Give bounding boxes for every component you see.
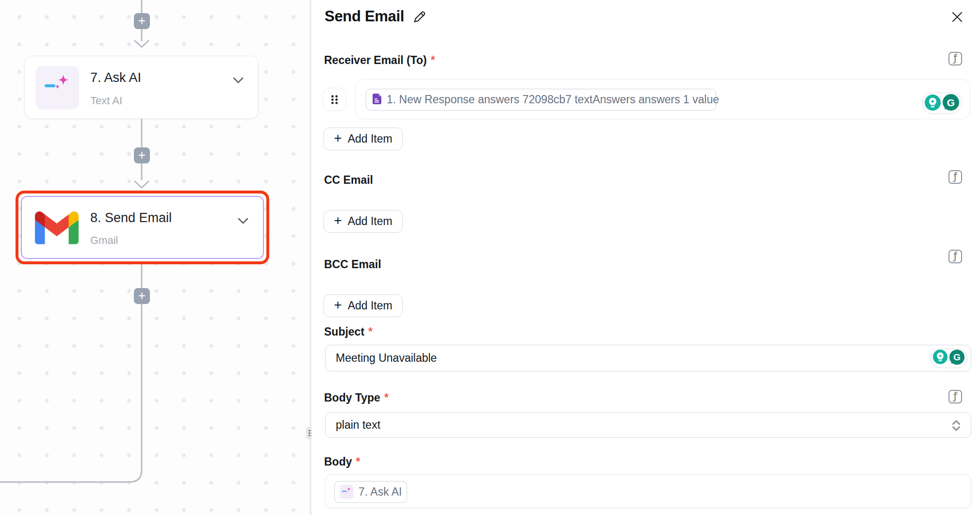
add-step-button-middle[interactable]: + xyxy=(134,147,150,163)
grammarly-icon[interactable]: G xyxy=(949,349,965,368)
required-marker: * xyxy=(356,455,360,468)
node-subtitle: Text AI xyxy=(90,95,122,107)
required-marker: * xyxy=(431,54,435,66)
workflow-node-ask-ai[interactable]: 7. Ask AI Text AI xyxy=(24,56,259,119)
select-arrows-icon xyxy=(951,419,961,435)
plus-icon: + xyxy=(334,213,342,228)
add-step-button-bottom[interactable]: + xyxy=(134,288,150,304)
workflow-node-send-email[interactable]: 8. Send Email Gmail xyxy=(21,196,264,259)
node-title: 8. Send Email xyxy=(90,210,172,225)
grammarly-icon[interactable]: G xyxy=(942,94,960,113)
receiver-email-label: Receiver Email (To)* xyxy=(324,53,435,67)
grammarly-widget[interactable]: G xyxy=(931,349,967,368)
receiver-value-chip[interactable]: 1. New Response answers 72098cb7 textAns… xyxy=(366,89,716,111)
panel-header: Send Email xyxy=(325,8,426,25)
grammarly-suggestion-icon[interactable] xyxy=(933,350,947,367)
function-toggle-body-type[interactable]: ƒ xyxy=(948,390,962,403)
function-toggle-bcc[interactable]: ƒ xyxy=(948,250,962,263)
body-type-label: Body Type* xyxy=(324,391,389,404)
text-ai-icon xyxy=(340,485,354,499)
add-item-button-cc[interactable]: + Add Item xyxy=(324,210,403,233)
subject-label: Subject* xyxy=(324,325,373,338)
receiver-chip-text: 1. New Response answers 72098cb7 textAns… xyxy=(387,93,719,106)
subject-input[interactable]: Meeting Unavailable G xyxy=(325,345,971,371)
gmail-icon xyxy=(35,211,79,246)
cc-email-label: CC Email xyxy=(324,173,373,187)
svg-text:G: G xyxy=(947,97,955,108)
subject-value: Meeting Unavailable xyxy=(336,352,437,365)
add-step-button-top[interactable]: + xyxy=(134,13,150,29)
function-toggle-receiver[interactable]: ƒ xyxy=(948,52,962,65)
chevron-down-icon[interactable] xyxy=(233,77,244,85)
grammarly-widget[interactable]: G xyxy=(922,93,962,114)
grammarly-suggestion-icon[interactable] xyxy=(925,95,941,113)
workflow-canvas[interactable]: + + + 7. Ask AI Text AI xyxy=(0,0,310,515)
text-ai-icon xyxy=(35,66,79,110)
svg-text:G: G xyxy=(953,352,961,362)
edit-icon[interactable] xyxy=(412,9,426,24)
plus-icon: + xyxy=(334,297,342,313)
required-marker: * xyxy=(384,391,389,404)
required-marker: * xyxy=(368,325,373,338)
body-value-chip[interactable]: 7. Ask AI xyxy=(334,481,407,503)
node-title: 7. Ask AI xyxy=(90,70,141,85)
body-type-select[interactable]: plain text xyxy=(325,412,971,438)
drag-handle[interactable] xyxy=(323,88,346,111)
function-toggle-cc[interactable]: ƒ xyxy=(948,170,962,184)
close-icon[interactable] xyxy=(950,10,964,24)
receiver-email-field[interactable]: 1. New Response answers 72098cb7 textAns… xyxy=(355,79,970,119)
body-field[interactable]: 7. Ask AI xyxy=(325,474,971,508)
add-item-button-bcc[interactable]: + Add Item xyxy=(324,294,403,317)
add-item-button-receiver[interactable]: + Add Item xyxy=(324,128,403,150)
panel-title: Send Email xyxy=(325,8,404,25)
body-type-value: plain text xyxy=(336,418,380,432)
chevron-down-icon[interactable] xyxy=(238,217,248,226)
google-forms-doc-icon xyxy=(373,94,381,106)
body-label: Body* xyxy=(324,455,360,468)
bcc-email-label: BCC Email xyxy=(324,258,381,271)
node-subtitle: Gmail xyxy=(90,234,118,247)
selection-highlight: 8. Send Email Gmail xyxy=(16,191,269,264)
plus-icon: + xyxy=(334,130,342,146)
settings-panel: Send Email Receiver Email (To)* ƒ xyxy=(311,0,980,515)
body-chip-text: 7. Ask AI xyxy=(359,485,402,499)
